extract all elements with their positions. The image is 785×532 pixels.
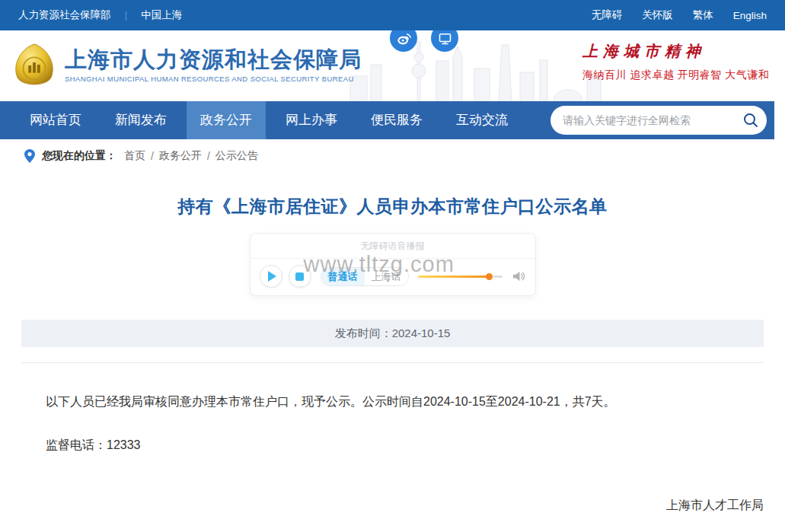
site-title-english: SHANGHAI MUNICIPAL HUMAN RESOURCES AND S…: [65, 75, 362, 83]
topbar-link-mohrss[interactable]: 人力资源社会保障部: [18, 8, 111, 22]
nav-item-home[interactable]: 网站首页: [16, 101, 95, 139]
lang-option-mandarin[interactable]: 普通话: [321, 268, 365, 285]
breadcrumb-label: 您现在的位置：: [42, 149, 116, 163]
topbar-link-accessibility[interactable]: 无障碍: [592, 8, 623, 22]
brand: 上海市人力资源和社会保障局 SHANGHAI MUNICIPAL HUMAN R…: [11, 42, 362, 89]
bureau-logo: [11, 42, 58, 89]
location-pin-icon: [24, 149, 35, 163]
audio-player-caption: 无障碍语音播报: [250, 234, 535, 259]
speaker-icon: [512, 269, 526, 283]
lang-option-shanghainese[interactable]: 上海话: [365, 268, 408, 285]
language-toggle: 普通话 上海话: [321, 267, 409, 286]
nav-item-interaction[interactable]: 互动交流: [442, 101, 522, 139]
search-box: [550, 106, 767, 135]
city-spirit-block: 上海城市精神 海纳百川 追求卓越 开明睿智 大气谦和: [582, 41, 771, 82]
publish-date: 2024-10-15: [392, 327, 451, 339]
nav-item-online-services[interactable]: 网上办事: [272, 101, 351, 139]
main-nav: 网站首页 新闻发布 政务公开 网上办事 便民服务 互动交流: [0, 101, 774, 139]
stop-button[interactable]: [289, 265, 311, 288]
breadcrumb: 您现在的位置： 首页 / 政务公开 / 公示公告: [0, 139, 785, 170]
nav-item-gov-info[interactable]: 政务公开: [187, 101, 266, 139]
nav-item-news[interactable]: 新闻发布: [101, 101, 180, 139]
article-title: 持有《上海市居住证》人员申办本市常住户口公示名单: [21, 195, 764, 218]
publish-bar: 发布时间：2024-10-15: [21, 320, 764, 347]
monitor-icon: [437, 30, 453, 46]
content-divider: [21, 362, 764, 363]
breadcrumb-separator: /: [207, 150, 210, 162]
slider-track-filled: [418, 276, 487, 278]
stop-icon: [295, 272, 304, 281]
topbar-left-links: 人力资源社会保障部 ｜ 中国上海: [18, 8, 182, 22]
issuing-authority: 上海市人才工作局: [21, 498, 764, 514]
weibo-icon: [396, 30, 412, 46]
search-button[interactable]: [741, 110, 761, 130]
breadcrumb-separator: /: [151, 150, 154, 162]
nav-item-public-services[interactable]: 便民服务: [357, 101, 436, 139]
breadcrumb-announcements[interactable]: 公示公告: [215, 149, 258, 163]
site-header: 上海市人力资源和社会保障局 SHANGHAI MUNICIPAL HUMAN R…: [0, 30, 785, 101]
topbar-link-china-shanghai[interactable]: 中国上海: [141, 8, 182, 22]
header-icon-group: [390, 30, 458, 52]
accessibility-audio-player: 无障碍语音播报 普通话 上海话: [250, 233, 536, 296]
article-content: 持有《上海市居住证》人员申办本市常住户口公示名单 无障碍语音播报 普通话 上海话: [0, 195, 785, 532]
volume-button[interactable]: [512, 269, 526, 283]
site-title: 上海市人力资源和社会保障局: [65, 48, 362, 72]
nav-items: 网站首页 新闻发布 政务公开 网上办事 便民服务 互动交流: [16, 101, 522, 139]
weibo-button[interactable]: [390, 30, 417, 52]
topbar-link-care-version[interactable]: 关怀版: [642, 8, 673, 22]
site-version-button[interactable]: [431, 30, 458, 52]
topbar-right-links: 无障碍 关怀版 繁体 English: [592, 8, 767, 22]
play-button[interactable]: [260, 265, 282, 288]
progress-slider[interactable]: [418, 273, 503, 280]
announcement-paragraph: 以下人员已经我局审核同意办理本市常住户口，现予公示。公示时间自2024-10-1…: [21, 393, 764, 410]
search-icon: [742, 112, 759, 129]
topbar-link-english[interactable]: English: [733, 10, 767, 21]
slider-knob[interactable]: [486, 273, 493, 280]
supervision-phone: 监督电话：12333: [21, 438, 764, 454]
play-icon: [268, 271, 276, 282]
topbar-link-traditional[interactable]: 繁体: [693, 8, 713, 22]
topbar-divider: ｜: [122, 9, 131, 22]
breadcrumb-gov-info[interactable]: 政务公开: [159, 149, 202, 163]
city-spirit-title: 上海城市精神: [582, 41, 771, 62]
topbar: 人力资源社会保障部 ｜ 中国上海 无障碍 关怀版 繁体 English: [0, 0, 785, 30]
publish-label: 发布时间：: [335, 327, 392, 339]
search-input[interactable]: [563, 114, 741, 126]
brand-text: 上海市人力资源和社会保障局 SHANGHAI MUNICIPAL HUMAN R…: [65, 48, 362, 83]
skyline-illustration: [346, 34, 605, 101]
breadcrumb-home[interactable]: 首页: [124, 149, 145, 163]
audio-player-controls: 普通话 上海话: [250, 259, 535, 295]
city-spirit-words: 海纳百川 追求卓越 开明睿智 大气谦和: [582, 68, 771, 82]
slider-track-rest: [493, 276, 503, 278]
